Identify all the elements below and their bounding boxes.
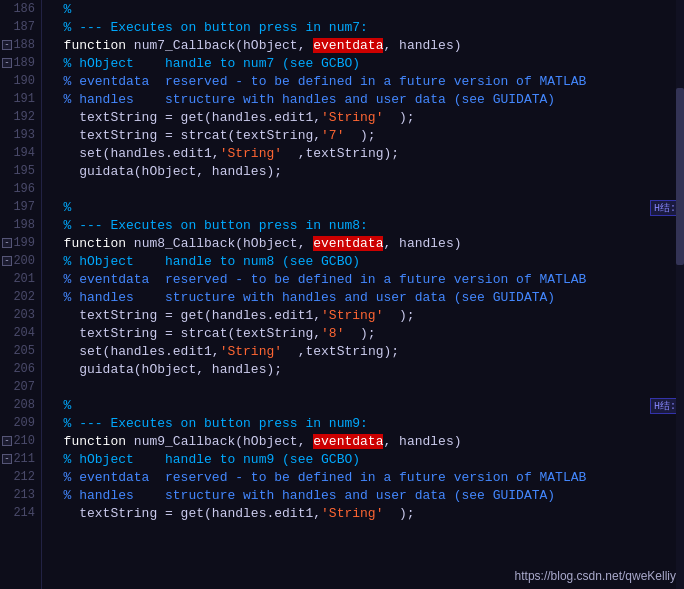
line-number-212: 212 (0, 468, 41, 486)
token: ,textString); (282, 344, 399, 359)
code-line-201: % eventdata reserved - to be defined in … (48, 270, 684, 288)
token: num8_Callback(hObject, (134, 236, 313, 251)
token: function (48, 434, 134, 449)
token: % handles structure with handles and use… (48, 290, 555, 305)
code-line-190: % eventdata reserved - to be defined in … (48, 72, 684, 90)
line-number-211: -211 (0, 450, 41, 468)
line-number-201: 201 (0, 270, 41, 288)
code-line-197: %H结: (48, 198, 684, 216)
collapse-btn-188[interactable]: - (2, 40, 12, 50)
token: , handles) (383, 38, 461, 53)
code-line-194: set(handles.edit1,'String' ,textString); (48, 144, 684, 162)
scrollbar-vertical[interactable] (676, 0, 684, 589)
token: % --- Executes on button press in num7: (48, 20, 368, 35)
token: function (48, 236, 134, 251)
line-number-190: 190 (0, 72, 41, 90)
token: 'String' (321, 110, 383, 125)
line-number-213: 213 (0, 486, 41, 504)
line-number-199: -199 (0, 234, 41, 252)
code-line-205: set(handles.edit1,'String' ,textString); (48, 342, 684, 360)
code-line-202: % handles structure with handles and use… (48, 288, 684, 306)
line-number-195: 195 (0, 162, 41, 180)
code-line-207 (48, 378, 684, 396)
line-number-210: -210 (0, 432, 41, 450)
token: 'String' (321, 506, 383, 521)
collapse-btn-200[interactable]: - (2, 256, 12, 266)
code-line-213: % handles structure with handles and use… (48, 486, 684, 504)
code-line-189: % hObject handle to num7 (see GCBO) (48, 54, 684, 72)
line-number-193: 193 (0, 126, 41, 144)
line-number-196: 196 (0, 180, 41, 198)
token: % handles structure with handles and use… (48, 92, 555, 107)
token: guidata(hObject, handles); (48, 164, 282, 179)
token: ); (383, 308, 414, 323)
token: , handles) (383, 236, 461, 251)
line-number-206: 206 (0, 360, 41, 378)
token: textString = get(handles.edit1, (48, 110, 321, 125)
line-number-207: 207 (0, 378, 41, 396)
code-line-186: % (48, 0, 684, 18)
token: % --- Executes on button press in num8: (48, 218, 368, 233)
code-line-206: guidata(hObject, handles); (48, 360, 684, 378)
line-number-188: -188 (0, 36, 41, 54)
token: ); (383, 506, 414, 521)
code-line-214: textString = get(handles.edit1,'String' … (48, 504, 684, 522)
token: ); (383, 110, 414, 125)
code-line-198: % --- Executes on button press in num8: (48, 216, 684, 234)
line-number-200: -200 (0, 252, 41, 270)
code-line-192: textString = get(handles.edit1,'String' … (48, 108, 684, 126)
token: % (48, 200, 71, 215)
code-line-210: function num9_Callback(hObject, eventdat… (48, 432, 684, 450)
token: % (48, 2, 71, 17)
line-number-186: 186 (0, 0, 41, 18)
code-content: % % --- Executes on button press in num7… (42, 0, 684, 589)
code-area: 186187-188-18919019119219319419519619719… (0, 0, 684, 589)
line-number-208: 208 (0, 396, 41, 414)
scrollbar-thumb[interactable] (676, 88, 684, 265)
collapse-btn-199[interactable]: - (2, 238, 12, 248)
code-line-204: textString = strcat(textString,'8' ); (48, 324, 684, 342)
token: num7_Callback(hObject, (134, 38, 313, 53)
token: function (48, 38, 134, 53)
token: num9_Callback(hObject, (134, 434, 313, 449)
code-line-211: % hObject handle to num9 (see GCBO) (48, 450, 684, 468)
watermark: https://blog.csdn.net/qweKelliy (515, 569, 676, 583)
code-line-212: % eventdata reserved - to be defined in … (48, 468, 684, 486)
token: % eventdata reserved - to be defined in … (48, 272, 586, 287)
line-number-203: 203 (0, 306, 41, 324)
code-line-196 (48, 180, 684, 198)
line-number-198: 198 (0, 216, 41, 234)
collapse-btn-210[interactable]: - (2, 436, 12, 446)
token: set(handles.edit1, (48, 146, 220, 161)
token: '7' (321, 128, 344, 143)
token: eventdata (313, 38, 383, 53)
code-editor: 186187-188-18919019119219319419519619719… (0, 0, 684, 589)
token: 'String' (321, 308, 383, 323)
line-number-204: 204 (0, 324, 41, 342)
token: ,textString); (282, 146, 399, 161)
token: textString = get(handles.edit1, (48, 506, 321, 521)
code-line-208: %H结: (48, 396, 684, 414)
line-number-192: 192 (0, 108, 41, 126)
collapse-btn-189[interactable]: - (2, 58, 12, 68)
token: % hObject handle to num9 (see GCBO) (48, 452, 360, 467)
line-number-191: 191 (0, 90, 41, 108)
code-line-191: % handles structure with handles and use… (48, 90, 684, 108)
code-line-188: function num7_Callback(hObject, eventdat… (48, 36, 684, 54)
code-line-200: % hObject handle to num8 (see GCBO) (48, 252, 684, 270)
code-line-193: textString = strcat(textString,'7' ); (48, 126, 684, 144)
token: % eventdata reserved - to be defined in … (48, 470, 586, 485)
code-line-199: function num8_Callback(hObject, eventdat… (48, 234, 684, 252)
token: eventdata (313, 236, 383, 251)
line-number-194: 194 (0, 144, 41, 162)
code-line-203: textString = get(handles.edit1,'String' … (48, 306, 684, 324)
line-number-187: 187 (0, 18, 41, 36)
line-number-214: 214 (0, 504, 41, 522)
collapse-btn-211[interactable]: - (2, 454, 12, 464)
token: % hObject handle to num7 (see GCBO) (48, 56, 360, 71)
line-number-209: 209 (0, 414, 41, 432)
line-number-205: 205 (0, 342, 41, 360)
token: textString = get(handles.edit1, (48, 308, 321, 323)
code-line-187: % --- Executes on button press in num7: (48, 18, 684, 36)
token: '8' (321, 326, 344, 341)
